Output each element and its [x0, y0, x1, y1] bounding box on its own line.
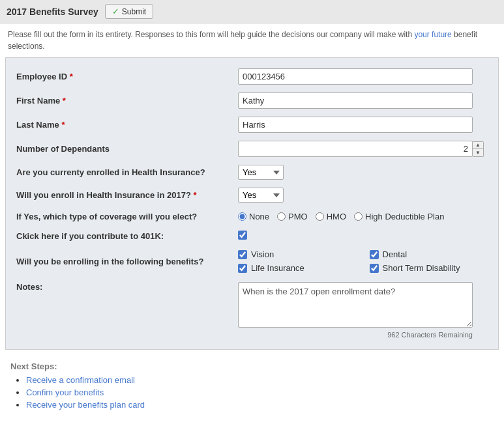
intro-text: Please fill out the form in its entirety…: [0, 23, 504, 57]
radio-high-deductible[interactable]: High Deductible Plan: [354, 212, 444, 221]
next-steps-title: Next Steps:: [10, 361, 494, 371]
check-icon: ✓: [112, 7, 119, 16]
first-name-input[interactable]: [238, 92, 473, 109]
first-name-row: First Name *: [16, 89, 488, 113]
list-item: Confim your benefits: [26, 388, 494, 397]
life-insurance-checkbox[interactable]: [238, 264, 247, 273]
enroll-2017-label: Will you enroll in Health Insurance in 2…: [16, 190, 238, 200]
radio-pmo-input[interactable]: [277, 212, 286, 221]
required-marker: *: [194, 190, 197, 200]
radio-pmo[interactable]: PMO: [277, 212, 308, 221]
employee-id-input[interactable]: [238, 68, 473, 85]
last-name-row: Last Name *: [16, 113, 488, 137]
spinner-buttons: ▲ ▼: [473, 141, 484, 157]
last-name-label: Last Name *: [16, 120, 238, 130]
401k-control: [238, 231, 488, 242]
short-term-disability-option[interactable]: Short Term Disability: [370, 263, 488, 273]
coverage-type-label: If Yes, which type of coverage will you …: [16, 212, 238, 221]
notes-row: Notes: When is the 2017 open enrollment …: [16, 277, 488, 343]
vision-option[interactable]: Vision: [238, 249, 357, 259]
currently-enrolled-label: Are you currenty enrolled in Health Insu…: [16, 167, 238, 177]
enroll-2017-control: Yes No: [238, 188, 488, 203]
required-marker: *: [70, 72, 73, 81]
coverage-type-row: If Yes, which type of coverage will you …: [16, 206, 488, 226]
vision-checkbox[interactable]: [238, 250, 247, 259]
enroll-2017-select[interactable]: Yes No: [238, 188, 284, 203]
last-name-input[interactable]: [238, 117, 473, 133]
dependants-control: ▲ ▼: [238, 141, 488, 157]
employee-id-label: Employee ID *: [16, 72, 238, 81]
radio-pmo-label: PMO: [288, 212, 308, 221]
last-name-control: [238, 117, 488, 133]
benefits-control: Vision Dental Life Insurance Short Term …: [238, 249, 488, 273]
life-insurance-label: Life Insurance: [251, 263, 304, 273]
short-term-disability-label: Short Term Disability: [383, 263, 460, 273]
page-title: 2017 Benefits Survey: [7, 7, 98, 17]
employee-id-control: [238, 68, 488, 85]
currently-enrolled-select[interactable]: Yes No: [238, 165, 284, 180]
next-step-link-3[interactable]: Receive your benefits plan card: [26, 400, 145, 410]
dependants-label: Number of Dependants: [16, 144, 238, 154]
currently-enrolled-row: Are you currenty enrolled in Health Insu…: [16, 161, 488, 184]
dental-label: Dental: [383, 249, 408, 259]
vision-label: Vision: [251, 249, 274, 259]
employee-id-row: Employee ID *: [16, 64, 488, 89]
submit-button[interactable]: ✓ Submit: [105, 4, 153, 19]
radio-none-label: None: [249, 212, 269, 221]
char-remaining: 962 Characters Remaining: [238, 331, 473, 339]
benefits-checkbox-group: Vision Dental Life Insurance Short Term …: [238, 249, 488, 273]
first-name-control: [238, 92, 488, 109]
page-wrapper: 2017 Benefits Survey ✓ Submit Please fil…: [0, 0, 504, 424]
dental-checkbox[interactable]: [370, 250, 379, 259]
notes-label: Notes:: [16, 282, 238, 292]
radio-hmo-input[interactable]: [316, 212, 324, 221]
coverage-type-control: None PMO HMO High Deductible Plan: [238, 212, 488, 221]
notes-textarea[interactable]: When is the 2017 open enrollment date?: [238, 282, 473, 328]
benefits-label: Will you be enrolling in the following b…: [16, 257, 238, 266]
required-marker: *: [61, 120, 65, 130]
required-marker: *: [63, 96, 66, 106]
benefits-row: Will you be enrolling in the following b…: [16, 246, 488, 277]
enroll-2017-row: Will you enroll in Health Insurance in 2…: [16, 184, 488, 206]
coverage-radio-group: None PMO HMO High Deductible Plan: [238, 212, 488, 221]
dental-option[interactable]: Dental: [370, 249, 488, 259]
radio-none[interactable]: None: [238, 212, 269, 221]
next-step-link-2[interactable]: Confim your benefits: [26, 388, 104, 397]
401k-row: Ckick here if you contribute to 401K:: [16, 226, 488, 246]
radio-hmo[interactable]: HMO: [316, 212, 346, 221]
list-item: Receive a confirmation email: [26, 375, 494, 385]
life-insurance-option[interactable]: Life Insurance: [238, 263, 357, 273]
notes-control: When is the 2017 open enrollment date? 9…: [238, 282, 488, 339]
next-steps-list: Receive a confirmation email Confim your…: [10, 375, 494, 410]
radio-high-deductible-label: High Deductible Plan: [365, 212, 444, 221]
next-step-link-1[interactable]: Receive a confirmation email: [26, 375, 135, 385]
your-future-link[interactable]: your future: [414, 30, 451, 39]
401k-label: Ckick here if you contribute to 401K:: [16, 231, 238, 241]
dependants-row: Number of Dependants ▲ ▼: [16, 137, 488, 161]
number-input-wrapper: ▲ ▼: [238, 141, 488, 157]
spinner-up-button[interactable]: ▲: [473, 142, 483, 149]
first-name-label: First Name *: [16, 96, 238, 106]
radio-hmo-label: HMO: [327, 212, 346, 221]
next-steps-section: Next Steps: Receive a confirmation email…: [0, 355, 504, 419]
currently-enrolled-control: Yes No: [238, 165, 488, 180]
spinner-down-button[interactable]: ▼: [473, 149, 483, 156]
title-bar: 2017 Benefits Survey ✓ Submit: [0, 0, 504, 23]
list-item: Receive your benefits plan card: [26, 400, 494, 410]
dependants-input[interactable]: [238, 141, 473, 157]
form-container: Employee ID * First Name * Last Name *: [5, 57, 499, 350]
radio-high-deductible-input[interactable]: [354, 212, 363, 221]
radio-none-input[interactable]: [238, 212, 246, 221]
401k-checkbox[interactable]: [238, 231, 247, 240]
short-term-disability-checkbox[interactable]: [370, 264, 379, 273]
